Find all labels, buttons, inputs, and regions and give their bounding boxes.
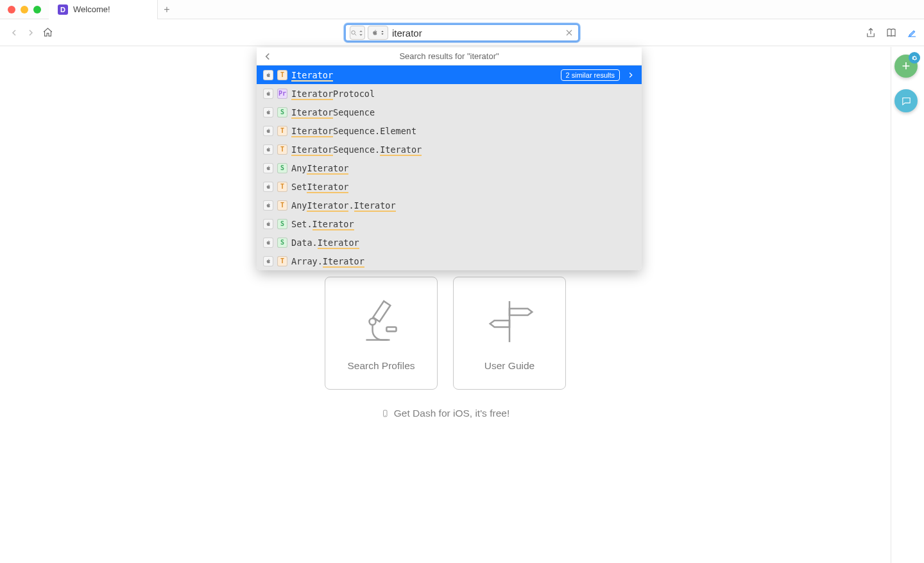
clear-search-button[interactable]	[564, 28, 574, 38]
apple-icon	[263, 107, 273, 117]
symbol-kind-icon: Pr	[277, 89, 287, 99]
search-result-row[interactable]: TSetIterator	[257, 177, 642, 196]
apple-icon	[371, 29, 379, 37]
apple-icon	[263, 238, 273, 248]
symbol-kind-icon: T	[277, 256, 287, 266]
symbol-kind-icon: T	[277, 126, 287, 136]
search-result-row[interactable]: TIteratorSequence.Element	[257, 121, 642, 140]
apple-icon	[263, 200, 273, 211]
tab-title: Welcome!	[73, 4, 110, 14]
apple-icon	[263, 163, 273, 173]
user-guide-card[interactable]: User Guide	[453, 277, 566, 390]
search-box[interactable]	[344, 23, 580, 42]
symbol-kind-icon: T	[277, 200, 287, 211]
symbol-kind-icon: S	[277, 238, 287, 248]
search-results-dropdown: Search results for "iterator" TIterator2…	[257, 48, 642, 270]
apple-icon	[263, 219, 273, 229]
search-result-row[interactable]: TArray.Iterator	[257, 252, 642, 270]
symbol-kind-icon: S	[277, 107, 287, 117]
traffic-close[interactable]	[8, 6, 15, 13]
search-result-row[interactable]: SSet.Iterator	[257, 214, 642, 233]
apple-icon	[263, 89, 273, 99]
similar-results-badge[interactable]: 2 similar results	[561, 69, 620, 81]
nav-forward-button[interactable]	[23, 25, 38, 40]
feedback-button[interactable]	[894, 89, 918, 112]
add-docset-button[interactable]: +	[894, 55, 918, 78]
apple-icon	[263, 126, 273, 136]
home-button[interactable]	[40, 25, 55, 40]
symbol-kind-icon: T	[277, 182, 287, 192]
symbol-kind-icon: T	[277, 144, 287, 155]
result-name: AnyIterator	[291, 163, 348, 173]
symbol-kind-icon: S	[277, 163, 287, 173]
ios-link[interactable]: Get Dash for iOS, it's free!	[381, 408, 509, 419]
dropdown-icon	[357, 30, 364, 37]
new-tab-button[interactable]: +	[158, 0, 176, 19]
microscope-icon	[354, 295, 408, 349]
apple-icon	[263, 182, 273, 192]
results-header: Search results for "iterator"	[399, 51, 499, 61]
result-name: IteratorProtocol	[291, 89, 375, 99]
search-result-row[interactable]: SIteratorSequence	[257, 103, 642, 121]
search-result-row[interactable]: SAnyIterator	[257, 159, 642, 177]
apple-icon	[263, 70, 273, 80]
apple-icon	[263, 256, 273, 266]
nav-back-button[interactable]	[6, 25, 22, 40]
search-profiles-card[interactable]: Search Profiles	[325, 277, 438, 390]
search-result-row[interactable]: SData.Iterator	[257, 233, 642, 252]
search-result-row[interactable]: PrIteratorProtocol	[257, 84, 642, 103]
traffic-zoom[interactable]	[33, 6, 41, 13]
result-name: SetIterator	[291, 182, 348, 192]
result-name: IteratorSequence.Iterator	[291, 144, 422, 155]
result-name: Iterator	[291, 70, 333, 80]
tab-welcome[interactable]: D Welcome!	[49, 0, 158, 19]
app-icon: D	[58, 4, 68, 15]
card-label: Search Profiles	[347, 360, 415, 372]
search-input[interactable]	[392, 28, 564, 39]
results-back-button[interactable]	[262, 51, 273, 62]
right-rail: +	[891, 47, 924, 563]
search-result-row[interactable]: TAnyIterator.Iterator	[257, 196, 642, 214]
symbol-kind-icon: S	[277, 219, 287, 229]
search-icon	[350, 30, 357, 37]
search-result-row[interactable]: TIterator2 similar results	[257, 65, 642, 84]
signpost-icon	[483, 295, 536, 349]
card-label: User Guide	[484, 360, 535, 372]
apple-icon	[263, 144, 273, 155]
dropdown-icon	[380, 30, 385, 36]
docset-filter-apple[interactable]	[368, 26, 388, 40]
result-name: AnyIterator.Iterator	[291, 200, 396, 211]
bookmark-button[interactable]	[886, 27, 897, 39]
search-mode-selector[interactable]	[350, 26, 365, 40]
annotate-button[interactable]	[906, 27, 918, 39]
symbol-kind-icon: T	[277, 70, 287, 80]
result-name: Array.Iterator	[291, 256, 364, 266]
phone-icon	[381, 408, 389, 419]
settings-badge[interactable]	[909, 52, 920, 64]
result-name: IteratorSequence	[291, 107, 375, 117]
share-button[interactable]	[865, 27, 877, 39]
chevron-right-icon	[626, 71, 635, 80]
traffic-minimize[interactable]	[21, 6, 28, 13]
result-name: IteratorSequence.Element	[291, 126, 416, 136]
result-name: Data.Iterator	[291, 238, 359, 248]
ios-link-text: Get Dash for iOS, it's free!	[394, 408, 509, 419]
search-result-row[interactable]: TIteratorSequence.Iterator	[257, 140, 642, 159]
result-name: Set.Iterator	[291, 219, 354, 229]
